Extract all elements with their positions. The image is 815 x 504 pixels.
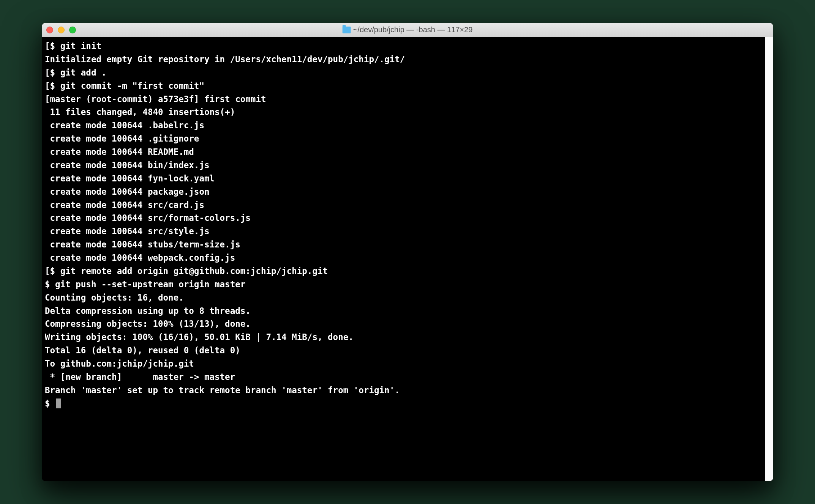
terminal-line: [$ git init [45, 39, 762, 53]
folder-icon [343, 27, 351, 33]
terminal-line: To github.com:jchip/jchip.git [45, 357, 762, 370]
terminal-line: create mode 100644 src/format-colors.js [45, 211, 762, 225]
terminal-line: create mode 100644 webpack.config.js [45, 251, 762, 265]
titlebar[interactable]: ~/dev/pub/jchip — -bash — 117×29 [42, 23, 773, 37]
terminal-line: [master (root-commit) a573e3f] first com… [45, 93, 762, 106]
terminal-prompt-line: $ [45, 397, 762, 410]
terminal-prompt: $ [45, 398, 55, 408]
terminal-line: create mode 100644 .gitignore [45, 132, 762, 145]
terminal-line: [$ git add . [45, 66, 762, 79]
terminal-line: [$ git commit -m "first commit" [45, 79, 762, 93]
terminal-line: Delta compression using up to 8 threads. [45, 304, 762, 318]
window-title-container: ~/dev/pub/jchip — -bash — 117×29 [343, 25, 473, 34]
terminal-window: ~/dev/pub/jchip — -bash — 117×29 [$ git … [42, 23, 773, 481]
terminal-line: Total 16 (delta 0), reused 0 (delta 0) [45, 344, 762, 357]
terminal-line: * [new branch] master -> master [45, 370, 762, 384]
terminal-line: Writing objects: 100% (16/16), 50.01 KiB… [45, 331, 762, 344]
terminal-line: create mode 100644 fyn-lock.yaml [45, 172, 762, 185]
terminal-line: Initialized empty Git repository in /Use… [45, 53, 762, 66]
maximize-button[interactable] [69, 27, 76, 33]
terminal-line: 11 files changed, 4840 insertions(+) [45, 106, 762, 119]
terminal-line: Counting objects: 16, done. [45, 291, 762, 304]
window-title: ~/dev/pub/jchip — -bash — 117×29 [353, 25, 473, 34]
terminal-line: create mode 100644 README.md [45, 145, 762, 159]
terminal-line: create mode 100644 .babelrc.js [45, 119, 762, 132]
terminal-line: Compressing objects: 100% (13/13), done. [45, 317, 762, 331]
close-button[interactable] [46, 27, 53, 33]
terminal-content[interactable]: [$ git initInitialized empty Git reposit… [42, 37, 765, 481]
terminal-cursor [56, 398, 61, 408]
terminal-line: create mode 100644 src/card.js [45, 198, 762, 212]
terminal-line: [$ git remote add origin git@github.com:… [45, 265, 762, 278]
scrollbar[interactable] [765, 37, 773, 481]
scrollbar-thumb[interactable] [766, 37, 772, 481]
terminal-line: create mode 100644 stubs/term-size.js [45, 238, 762, 251]
traffic-lights [46, 27, 76, 33]
terminal-body: [$ git initInitialized empty Git reposit… [42, 37, 773, 481]
terminal-line: $ git push --set-upstream origin master [45, 278, 762, 291]
terminal-line: Branch 'master' set up to track remote b… [45, 384, 762, 397]
terminal-line: create mode 100644 bin/index.js [45, 159, 762, 172]
minimize-button[interactable] [58, 27, 65, 33]
terminal-line: create mode 100644 src/style.js [45, 225, 762, 238]
terminal-line: create mode 100644 package.json [45, 185, 762, 198]
